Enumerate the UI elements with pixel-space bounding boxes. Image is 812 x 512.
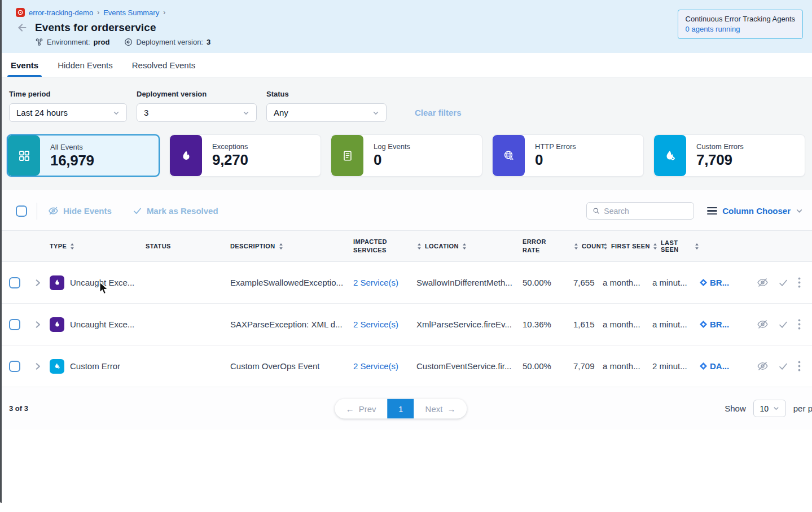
hide-event-icon[interactable] [757,318,769,330]
exception-flame-icon [50,275,64,290]
deployment-version-icon [124,38,133,46]
arrow-left-icon: ← [346,404,354,413]
breadcrumb-separator: › [163,8,165,16]
expand-chevron-icon[interactable] [34,362,50,370]
cell-location: CustomEventService.fir... [416,361,523,371]
row-count: 3 of 3 [9,404,28,413]
deployment-version-select[interactable]: 3 [137,103,257,122]
chevron-down-icon [372,110,379,116]
sort-icon[interactable] [573,243,579,250]
sort-icon[interactable] [462,243,467,250]
stat-card-label: Log Events [374,142,410,151]
window-left-edge [0,0,2,503]
row-checkbox[interactable] [9,319,20,330]
environment-value: prod [94,38,110,46]
divider [37,203,37,220]
cell-description: Custom OverOps Event [230,361,353,371]
chevron-down-icon [773,405,779,412]
sort-icon[interactable] [416,243,422,250]
deployment-version-label: Deployment version [137,90,257,98]
resolve-check-icon[interactable] [778,320,788,330]
per-page-select[interactable]: 10 [753,400,786,417]
time-period-select[interactable]: Last 24 hours [9,103,127,122]
filter-bar: Time period Last 24 hours Deployment ver… [0,90,812,122]
stat-card-custom-errors[interactable]: Custom Errors 7,709 [653,134,805,177]
services-link[interactable]: 2 Service(s) [353,361,398,371]
next-label: Next [425,404,443,413]
search-input[interactable] [604,207,688,216]
tab-events[interactable]: Events [10,53,39,77]
breadcrumb-separator: › [97,8,99,16]
check-icon [133,206,142,216]
cell-error-rate: 10.36% [523,320,573,329]
row-checkbox[interactable] [9,277,20,288]
time-period-label: Time period [9,90,127,98]
tab-resolved-events[interactable]: Resolved Events [131,53,197,77]
next-page-button[interactable]: Next → [414,399,467,418]
row-menu-icon[interactable] [798,361,801,371]
prev-page-button[interactable]: ← Prev [335,399,388,418]
pagination: ← Prev 1 Next → [335,399,467,418]
hide-events-label: Hide Events [63,206,112,216]
ticket-link[interactable]: BR... [710,320,729,329]
sort-icon[interactable] [69,243,75,250]
sort-icon[interactable] [603,243,608,250]
hide-event-icon[interactable] [757,360,769,372]
column-chooser-label: Column Chooser [722,206,791,216]
hide-event-icon[interactable] [757,277,769,288]
jira-diamond-icon [700,279,707,286]
hide-events-button[interactable]: Hide Events [48,205,112,216]
stat-card-exceptions[interactable]: Exceptions 9,270 [169,134,321,177]
custom-error-flame-icon [50,359,64,374]
mark-resolved-button[interactable]: Mark as Resolved [133,206,218,216]
menu-bars-icon [707,207,717,215]
back-arrow-icon[interactable] [16,21,28,34]
ticket-link[interactable]: DA... [710,361,729,371]
col-status: STATUS [146,243,171,250]
resolve-check-icon[interactable] [778,361,788,371]
status-select[interactable]: Any [266,103,387,122]
page-number-button[interactable]: 1 [388,399,414,418]
chevron-down-icon [243,110,249,116]
row-menu-icon[interactable] [798,277,801,288]
stat-card-log-events[interactable]: Log Events 0 [331,134,482,177]
tab-hidden-events[interactable]: Hidden Events [56,53,114,77]
chevron-down-icon [113,110,120,116]
sort-icon[interactable] [278,243,284,250]
cell-type: Custom Error [70,361,120,371]
flame-icon [170,135,202,176]
environment-label: Environment: [47,38,90,46]
log-icon [331,135,363,176]
stat-card-all-events[interactable]: All Events 16,979 [7,134,160,177]
agents-running-link[interactable]: 0 agents running [686,25,795,33]
ticket-link[interactable]: BR... [710,278,729,287]
status-label: Status [266,90,387,98]
table-header: TYPE STATUS DESCRIPTION IMPACTED SERVICE… [0,230,812,262]
services-link[interactable]: 2 Service(s) [353,320,398,329]
breadcrumb-project-link[interactable]: error-tracking-demo [29,8,93,17]
table-row: Custom Error Custom OverOps Event 2 Serv… [0,345,812,387]
clear-filters-button[interactable]: Clear filters [415,108,462,117]
row-menu-icon[interactable] [798,319,801,330]
chevron-down-icon [796,207,803,215]
column-chooser-button[interactable]: Column Chooser [707,206,803,216]
expand-chevron-icon[interactable] [34,279,50,287]
select-all-checkbox[interactable] [16,205,27,217]
stat-card-label: Exceptions [212,142,248,151]
sort-icon[interactable] [694,243,700,250]
agents-box-title: Continuous Error Tracking Agents [686,15,795,23]
services-link[interactable]: 2 Service(s) [353,278,398,287]
sort-icon[interactable] [652,243,658,250]
breadcrumb-section-link[interactable]: Events Summary [103,8,159,17]
col-type: TYPE [50,243,67,250]
row-checkbox[interactable] [9,361,20,372]
stat-card-http-errors[interactable]: HTTP Errors 0 [492,134,644,177]
col-impacted-services: IMPACTED SERVICES [353,238,394,255]
cell-error-rate: 50.00% [523,361,573,371]
cell-first-seen: a month... [603,278,652,287]
resolve-check-icon[interactable] [778,278,788,288]
expand-chevron-icon[interactable] [34,321,50,329]
show-label: Show [725,404,746,413]
deployment-version-filter: Deployment version 3 [137,90,257,122]
col-first-seen: FIRST SEEN [611,243,650,250]
